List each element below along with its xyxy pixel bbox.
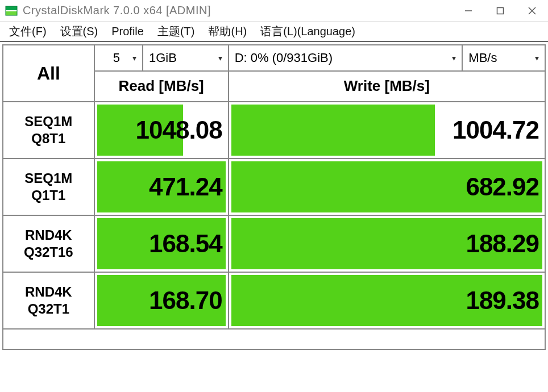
write-value: 682.92 — [229, 159, 545, 215]
test-button-rnd4k-q32t16[interactable]: RND4K Q32T16 — [3, 215, 94, 272]
test-size-value: 1GiB — [149, 51, 218, 65]
chevron-down-icon: ▾ — [132, 53, 136, 62]
menu-help[interactable]: 帮助(H) — [202, 22, 252, 41]
all-label: All — [37, 63, 60, 84]
test-count-value: 5 — [101, 51, 132, 65]
table-row: RND4K Q32T16 168.54 188.29 — [3, 215, 545, 272]
menu-file[interactable]: 文件(F) — [3, 22, 52, 41]
svg-rect-4 — [497, 7, 504, 14]
menu-theme[interactable]: 主题(T) — [152, 22, 201, 41]
unit-value: MB/s — [468, 51, 535, 65]
write-header: Write [MB/s] — [229, 71, 545, 102]
row-label-line1: RND4K — [3, 227, 94, 244]
read-value: 471.24 — [95, 159, 228, 215]
write-cell: 188.29 — [229, 215, 545, 272]
read-cell: 168.70 — [94, 272, 229, 329]
menu-language[interactable]: 语言(L)(Language) — [255, 22, 361, 41]
menubar: 文件(F) 设置(S) Profile 主题(T) 帮助(H) 语言(L)(La… — [0, 22, 548, 42]
status-bar — [3, 329, 545, 349]
read-cell: 471.24 — [94, 159, 229, 215]
row-label-line1: SEQ1M — [3, 170, 94, 187]
window-controls — [452, 0, 548, 21]
write-cell: 682.92 — [229, 159, 545, 215]
read-header: Read [MB/s] — [94, 71, 229, 102]
read-cell: 168.54 — [94, 215, 229, 272]
menu-settings[interactable]: 设置(S) — [55, 22, 104, 41]
read-value: 168.54 — [95, 216, 228, 272]
row-label-line1: SEQ1M — [3, 113, 94, 130]
test-button-seq1m-q8t1[interactable]: SEQ1M Q8T1 — [3, 102, 94, 159]
unit-select[interactable]: MB/s ▾ — [463, 47, 545, 69]
svg-rect-1 — [6, 11, 17, 15]
test-count-select[interactable]: 5 ▾ — [95, 47, 142, 69]
titlebar: CrystalDiskMark 7.0.0 x64 [ADMIN] — [0, 0, 548, 22]
write-value: 189.38 — [229, 273, 545, 328]
row-label-line2: Q1T1 — [3, 187, 94, 204]
test-button-seq1m-q1t1[interactable]: SEQ1M Q1T1 — [3, 159, 94, 215]
read-value: 168.70 — [95, 273, 228, 328]
row-label-line2: Q32T1 — [3, 301, 94, 318]
table-row: RND4K Q32T1 168.70 189.38 — [3, 272, 545, 329]
minimize-button[interactable] — [452, 0, 484, 21]
chevron-down-icon: ▾ — [535, 53, 539, 62]
close-button[interactable] — [516, 0, 548, 21]
read-value: 1048.08 — [95, 102, 228, 158]
write-value: 188.29 — [229, 216, 545, 272]
row-label-line2: Q32T16 — [3, 244, 94, 261]
drive-value: D: 0% (0/931GiB) — [235, 51, 452, 65]
table-row: SEQ1M Q1T1 471.24 682.92 — [3, 159, 545, 215]
write-cell: 189.38 — [229, 272, 545, 329]
svg-rect-0 — [6, 6, 17, 10]
table-row: SEQ1M Q8T1 1048.08 1004.72 — [3, 102, 545, 159]
maximize-button[interactable] — [484, 0, 516, 21]
chevron-down-icon: ▾ — [218, 53, 222, 62]
row-label-line1: RND4K — [3, 283, 94, 301]
app-icon — [5, 4, 18, 18]
row-label-line2: Q8T1 — [3, 130, 94, 147]
menu-profile[interactable]: Profile — [106, 23, 150, 40]
read-cell: 1048.08 — [94, 102, 229, 159]
main-content: All 5 ▾ 1GiB ▾ D: 0% (0/931GiB) ▾ MB/s ▾ — [0, 42, 548, 350]
drive-select[interactable]: D: 0% (0/931GiB) ▾ — [229, 47, 462, 69]
window-title: CrystalDiskMark 7.0.0 x64 [ADMIN] — [23, 4, 452, 17]
all-button[interactable]: All — [3, 45, 94, 102]
test-button-rnd4k-q32t1[interactable]: RND4K Q32T1 — [3, 272, 94, 329]
chevron-down-icon: ▾ — [452, 53, 456, 62]
write-cell: 1004.72 — [229, 102, 545, 159]
write-value: 1004.72 — [229, 102, 545, 158]
test-size-select[interactable]: 1GiB ▾ — [143, 47, 228, 69]
results-grid: All 5 ▾ 1GiB ▾ D: 0% (0/931GiB) ▾ MB/s ▾ — [2, 44, 546, 350]
